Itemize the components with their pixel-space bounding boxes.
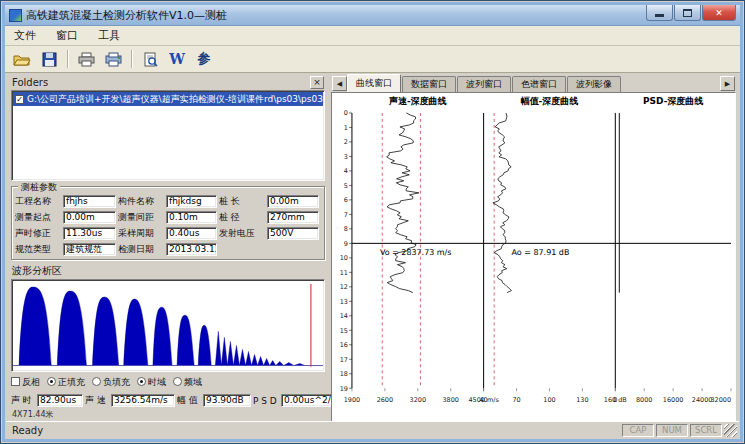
tab-spectrum-window[interactable]: 色谱窗口 <box>512 76 566 92</box>
title-bar[interactable]: 高铁建筑混凝土检测分析软件V1.0—测桩 ✕ <box>5 5 740 26</box>
svg-text:2: 2 <box>344 138 348 146</box>
svg-text:13: 13 <box>340 298 348 306</box>
toolbar-separator <box>131 50 132 68</box>
svg-text:12: 12 <box>340 283 348 291</box>
invert-checkbox[interactable]: 反相 <box>11 376 40 389</box>
svg-text:7: 7 <box>344 211 348 219</box>
list-item[interactable]: ✓ G:\公司产品培训+开发\超声仪器\超声实拍检测仪-培训课件rd\ps03\… <box>13 92 323 106</box>
window-title: 高铁建筑混凝土检测分析软件V1.0—测桩 <box>26 8 642 23</box>
svg-text:3: 3 <box>344 153 348 161</box>
svg-text:15: 15 <box>340 327 348 335</box>
svg-text:10: 10 <box>340 254 348 262</box>
svg-text:1900: 1900 <box>344 396 360 404</box>
tab-scroll-right-button[interactable]: ▶ <box>720 76 735 91</box>
param-field-test-date[interactable]: 2013.03.13 <box>166 243 217 256</box>
parameter-button[interactable]: 参 <box>192 48 216 70</box>
time-domain-radio[interactable]: 时域 <box>137 376 166 389</box>
freq-domain-radio[interactable]: 频域 <box>173 376 202 389</box>
minimize-icon <box>655 14 664 17</box>
param-field-component-name[interactable]: fhjkdsg <box>166 195 217 208</box>
print-button[interactable] <box>74 48 98 70</box>
menu-window[interactable]: 窗口 <box>53 27 81 44</box>
curves-panel: ◀ 曲线窗口 数据窗口 波列窗口 色谱窗口 波列影像 ▶ 01234567891… <box>331 74 736 421</box>
tab-data-window[interactable]: 数据窗口 <box>402 76 456 92</box>
fill-positive-radio[interactable]: 正填充 <box>47 376 85 389</box>
print-setup-button[interactable] <box>101 48 125 70</box>
status-text: Ready <box>8 425 620 436</box>
param-label: 声时修正 <box>15 227 61 240</box>
print-preview-button[interactable] <box>138 48 162 70</box>
amplitude-field[interactable]: 93.90dB <box>203 394 251 407</box>
svg-text:Vo = 2837.73 m/s: Vo = 2837.73 m/s <box>380 248 452 257</box>
toolbar-separator <box>67 50 68 68</box>
waveform-plot[interactable] <box>11 279 325 372</box>
app-icon <box>9 9 22 22</box>
tab-scroll-left-button[interactable]: ◀ <box>332 76 347 91</box>
app-window: 高铁建筑混凝土检测分析软件V1.0—测桩 ✕ 文件 窗口 工具 <box>0 0 745 444</box>
pile-params-grid: 工程名称 fhjhs 构件名称 fhjkdsg 桩 长 0.00m 测量起点 0… <box>15 195 321 256</box>
svg-text:18: 18 <box>340 370 348 378</box>
folders-title: Folders <box>12 77 310 88</box>
depth-curves-svg: 012345678910111213141516171819声速-深度曲线190… <box>332 93 735 422</box>
menu-bar: 文件 窗口 工具 <box>5 26 740 46</box>
radio-icon <box>92 377 101 386</box>
folders-header: Folders × <box>11 75 325 90</box>
param-label: 桩 长 <box>219 195 265 208</box>
sound-speed-field[interactable]: 3256.54m/s <box>111 394 175 407</box>
printer-setup-icon <box>105 52 122 67</box>
window-frame: 高铁建筑混凝土检测分析软件V1.0—测桩 ✕ 文件 窗口 工具 <box>2 2 743 442</box>
export-word-button[interactable]: W <box>165 48 189 70</box>
preview-icon <box>143 52 158 67</box>
depth-curves-chart[interactable]: 012345678910111213141516171819声速-深度曲线190… <box>331 92 736 423</box>
param-field-interval[interactable]: 0.10m <box>166 211 217 224</box>
folders-panel: Folders × ✓ G:\公司产品培训+开发\超声仪器\超声实拍检测仪-培训… <box>9 74 327 421</box>
param-label: 桩 径 <box>219 211 265 224</box>
close-button[interactable]: ✕ <box>702 5 736 21</box>
resize-grip[interactable] <box>724 424 737 437</box>
item-checkbox[interactable]: ✓ <box>15 95 24 104</box>
readout-label: 声 时 <box>11 394 35 407</box>
tab-curve-window[interactable]: 曲线窗口 <box>347 74 401 92</box>
svg-text:2600: 2600 <box>377 396 393 404</box>
svg-text:40: 40 <box>480 396 488 404</box>
svg-text:PSD-深度曲线: PSD-深度曲线 <box>643 96 703 106</box>
svg-text:16: 16 <box>340 341 348 349</box>
tab-wavetrain-window[interactable]: 波列窗口 <box>457 76 511 92</box>
display-options: 反相 正填充 负填充 时域 频域 <box>11 375 325 391</box>
maximize-button[interactable] <box>674 5 701 21</box>
param-field-voltage[interactable]: 500V <box>267 227 319 240</box>
pile-params-title: 测桩参数 <box>18 181 60 194</box>
client-area: Folders × ✓ G:\公司产品培训+开发\超声仪器\超声实拍检测仪-培训… <box>9 74 736 421</box>
folders-close-button[interactable]: × <box>310 76 324 89</box>
svg-text:幅值-深度曲线: 幅值-深度曲线 <box>521 96 579 106</box>
save-button[interactable] <box>37 48 61 70</box>
menu-tools[interactable]: 工具 <box>95 27 123 44</box>
minimize-button[interactable] <box>646 5 673 21</box>
svg-text:9: 9 <box>344 240 348 248</box>
param-field-start[interactable]: 0.00m <box>63 211 116 224</box>
param-field-time-correction[interactable]: 11.30us <box>63 227 116 240</box>
save-floppy-icon <box>42 52 57 67</box>
fill-negative-radio[interactable]: 负填充 <box>92 376 130 389</box>
param-field-project-name[interactable]: fhjhs <box>63 195 116 208</box>
open-folder-icon <box>13 52 31 67</box>
sound-time-field[interactable]: 82.90us <box>37 394 83 407</box>
param-label: 测量起点 <box>15 211 61 224</box>
svg-text:130: 130 <box>576 396 588 404</box>
svg-text:3800: 3800 <box>442 396 458 404</box>
param-field-spec-type[interactable]: 建筑规范 <box>63 243 116 256</box>
param-field-diameter[interactable]: 270mm <box>267 211 319 224</box>
file-listbox[interactable]: ✓ G:\公司产品培训+开发\超声仪器\超声实拍检测仪-培训课件rd\ps03\… <box>11 90 325 181</box>
svg-text:17: 17 <box>340 356 348 364</box>
svg-text:1: 1 <box>344 124 348 132</box>
param-field-pile-length[interactable]: 0.00m <box>267 195 319 208</box>
scroll-lock-indicator: SCRL <box>690 424 722 437</box>
menu-file[interactable]: 文件 <box>11 27 39 44</box>
tab-wavetrain-image[interactable]: 波列影像 <box>567 76 621 92</box>
svg-text:5: 5 <box>344 182 348 190</box>
param-field-sample-period[interactable]: 0.40us <box>166 227 217 240</box>
scale-note: 4X71.44米 <box>11 409 325 420</box>
readout-label: P S D <box>253 396 279 406</box>
open-button[interactable] <box>10 48 34 70</box>
status-bar: Ready CAP NUM SCRL <box>6 421 739 438</box>
